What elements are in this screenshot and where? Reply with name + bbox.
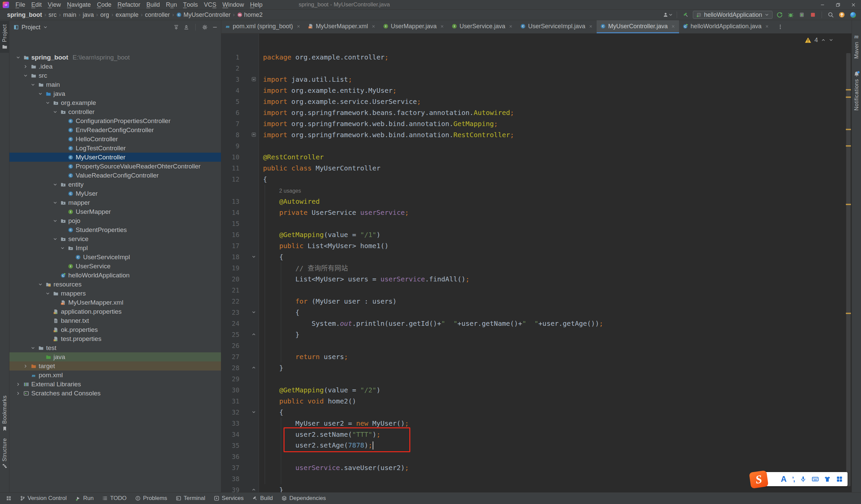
warning-tick[interactable] bbox=[846, 204, 851, 205]
tree-row[interactable]: mapper bbox=[10, 198, 221, 207]
microphone-icon[interactable] bbox=[800, 476, 807, 482]
breadcrumb-item-controller[interactable]: controller bbox=[144, 11, 171, 18]
warning-tick[interactable] bbox=[846, 145, 851, 146]
tree-row[interactable]: src bbox=[10, 71, 221, 80]
tree-chevron[interactable] bbox=[37, 92, 43, 96]
statusbar-item-problems[interactable]: Problems bbox=[131, 493, 172, 504]
toolwindow-layout-icon[interactable] bbox=[3, 495, 14, 501]
debug-button[interactable] bbox=[787, 11, 795, 19]
tab-close-icon[interactable] bbox=[371, 24, 376, 29]
stop-button[interactable] bbox=[809, 11, 817, 19]
editor-tab-myusercontroller-java[interactable]: CMyUserController.java bbox=[597, 20, 679, 33]
gear-icon[interactable] bbox=[202, 25, 207, 30]
tree-row[interactable]: spring_bootE:\learn\spring_boot bbox=[10, 53, 221, 62]
tree-chevron[interactable] bbox=[52, 237, 58, 241]
statusbar-item-build[interactable]: Build bbox=[248, 493, 277, 504]
tree-row[interactable]: CValueReaderConfigController bbox=[10, 171, 221, 180]
tree-row[interactable]: IUserService bbox=[10, 262, 221, 271]
breadcrumb-item-myusercontroller[interactable]: CMyUserController bbox=[175, 11, 231, 18]
tree-row[interactable]: CPropertySourceValueReaderOhterControlle… bbox=[10, 162, 221, 171]
editor-tab-usermapper-java[interactable]: IUserMapper.java bbox=[379, 20, 448, 33]
tool-button-structure[interactable]: Structure bbox=[0, 435, 10, 472]
tree-row[interactable]: java bbox=[10, 352, 221, 362]
tree-row[interactable]: mpom.xml bbox=[10, 370, 221, 380]
breadcrumb-item-java[interactable]: java bbox=[82, 11, 95, 18]
maximize-button[interactable] bbox=[830, 0, 846, 10]
tab-close-icon[interactable] bbox=[508, 24, 513, 29]
tree-row[interactable]: application.properties bbox=[10, 307, 221, 316]
tree-row[interactable]: ChelloWorldApplication bbox=[10, 271, 221, 280]
breadcrumb-item-home2[interactable]: mhome2 bbox=[236, 11, 264, 18]
tree-row[interactable]: CMyUserController bbox=[10, 153, 221, 162]
fold-marker-icon[interactable] bbox=[251, 487, 256, 492]
tree-chevron[interactable] bbox=[37, 282, 43, 287]
menu-item-run[interactable]: Run bbox=[163, 0, 180, 10]
tree-chevron[interactable] bbox=[23, 64, 28, 69]
tool-button-maven[interactable]: m Maven bbox=[852, 30, 861, 62]
run-configuration-select[interactable]: helloWorldApplication bbox=[693, 11, 773, 19]
tab-close-icon[interactable] bbox=[589, 24, 593, 29]
tree-row[interactable]: CLogTestController bbox=[10, 143, 221, 153]
tree-chevron[interactable] bbox=[45, 291, 51, 296]
keyboard-icon[interactable] bbox=[812, 476, 819, 482]
tree-row[interactable]: main bbox=[10, 80, 221, 89]
editor-tab-userserviceimpl-java[interactable]: CUserServiceImpl.java bbox=[517, 20, 597, 33]
editor-tab-helloworldapplication-java[interactable]: ChelloWorldApplication.java bbox=[679, 20, 773, 33]
warning-tick[interactable] bbox=[846, 313, 851, 314]
tree-chevron[interactable] bbox=[15, 382, 21, 387]
ide-update-button[interactable] bbox=[838, 11, 846, 19]
menu-item-build[interactable]: Build bbox=[143, 0, 163, 10]
tree-row[interactable]: mappers bbox=[10, 289, 221, 298]
menu-item-help[interactable]: Help bbox=[247, 0, 265, 10]
chevron-down-icon[interactable] bbox=[829, 38, 833, 42]
tree-row[interactable]: Impl bbox=[10, 243, 221, 252]
fold-marker-icon[interactable] bbox=[251, 409, 256, 415]
tab-close-icon[interactable] bbox=[671, 24, 675, 29]
build-project-button[interactable] bbox=[682, 11, 690, 19]
collapse-all-icon[interactable] bbox=[183, 25, 189, 30]
tab-close-icon[interactable] bbox=[296, 24, 301, 29]
tree-chevron[interactable] bbox=[23, 73, 28, 78]
tree-row[interactable]: CMyUser bbox=[10, 189, 221, 198]
hide-panel-icon[interactable] bbox=[212, 25, 218, 30]
statusbar-item-services[interactable]: Services bbox=[209, 493, 248, 504]
tree-chevron[interactable] bbox=[23, 364, 28, 368]
tree-row[interactable]: Scratches and Consoles bbox=[10, 389, 221, 398]
tree-chevron[interactable] bbox=[52, 182, 58, 187]
profile-avatar-button[interactable] bbox=[664, 11, 672, 19]
tree-row[interactable]: .idea bbox=[10, 62, 221, 71]
tree-row[interactable]: CConfigurationPropertiesController bbox=[10, 116, 221, 125]
tree-row[interactable]: service bbox=[10, 234, 221, 243]
tab-list-button[interactable] bbox=[775, 20, 786, 33]
profiler-button[interactable] bbox=[798, 11, 806, 19]
search-everywhere-button[interactable] bbox=[827, 11, 835, 19]
tree-row[interactable]: CStudentProperties bbox=[10, 225, 221, 234]
warning-tick[interactable] bbox=[846, 129, 851, 130]
tool-button-project[interactable]: Project bbox=[0, 21, 10, 53]
editor-scrollbar[interactable] bbox=[845, 33, 851, 492]
menu-item-edit[interactable]: Edit bbox=[28, 0, 45, 10]
editor-tab-userservice-java[interactable]: IUserService.java bbox=[448, 20, 517, 33]
statusbar-item-dependencies[interactable]: Dependencies bbox=[277, 493, 330, 504]
tree-row[interactable]: target bbox=[10, 362, 221, 370]
statusbar-item-run[interactable]: Run bbox=[71, 493, 98, 504]
tree-chevron[interactable] bbox=[30, 346, 36, 350]
tree-row[interactable]: test bbox=[10, 343, 221, 352]
statusbar-item-version-control[interactable]: Version Control bbox=[15, 493, 71, 504]
tree-row[interactable]: controller bbox=[10, 107, 221, 116]
tree-row[interactable]: pojo bbox=[10, 216, 221, 225]
tree-row[interactable]: CUserServiceImpl bbox=[10, 252, 221, 262]
tree-chevron[interactable] bbox=[52, 200, 58, 205]
editor-tab-myusermapper-xml[interactable]: <>MyUserMapper.xml bbox=[304, 20, 379, 33]
tree-chevron[interactable] bbox=[52, 219, 58, 223]
skin-icon[interactable] bbox=[824, 476, 831, 482]
breadcrumb-item-spring_boot[interactable]: spring_boot bbox=[6, 11, 43, 18]
project-view-select[interactable]: Project bbox=[13, 24, 48, 31]
tree-row[interactable]: ok.properties bbox=[10, 325, 221, 334]
close-button[interactable] bbox=[846, 0, 861, 10]
tree-row[interactable]: entity bbox=[10, 180, 221, 189]
tree-row[interactable]: resources bbox=[10, 280, 221, 289]
tree-row[interactable]: CHelloController bbox=[10, 135, 221, 143]
tree-row[interactable]: External Libraries bbox=[10, 380, 221, 389]
breadcrumb-item-main[interactable]: main bbox=[62, 11, 77, 18]
